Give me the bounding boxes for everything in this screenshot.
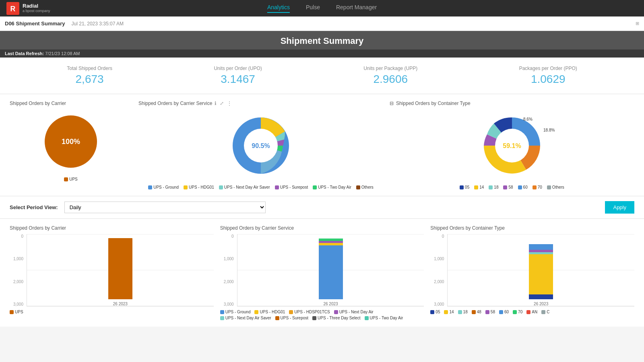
- legend-label-18: 18: [494, 185, 498, 189]
- kpi-upo-label: Units per Order (UPO): [214, 66, 262, 71]
- legend-dot-18: [489, 185, 493, 189]
- cs-dot-surepost: [275, 316, 279, 320]
- legend-label-14: 14: [479, 185, 484, 189]
- legend-dot-60: [518, 185, 522, 189]
- legend-dot-surepost: [275, 185, 279, 189]
- ct-bar-05: [529, 294, 553, 299]
- carrier-service-pie-container: 90.5% UPS - Ground UPS - HDG01 UPS - Nex…: [138, 109, 383, 189]
- kpi-upo: Units per Order (UPO) 3.1467: [214, 66, 262, 86]
- ct-legend-60: 60: [499, 310, 509, 314]
- cs-label-nextday: UPS - Next Day Air: [339, 310, 374, 314]
- y-label-3000: 3,000: [10, 302, 23, 306]
- cs-legend-hdg01: UPS - HDG01: [254, 310, 285, 314]
- nav-pulse[interactable]: Pulse: [306, 4, 320, 13]
- ct-dot-an: [526, 310, 530, 314]
- legend-ups-nextday: UPS - Next Day Air Saver: [219, 185, 270, 189]
- ct-bar-legend: 05 14 18 48 58 60: [430, 310, 634, 314]
- page-title-bar: Shipment Summary: [0, 31, 644, 49]
- svg-text:59.1%: 59.1%: [503, 142, 521, 149]
- svg-text:8.6%: 8.6%: [523, 117, 533, 121]
- cs-label-nda-saver: UPS - Next Day Air Saver: [225, 316, 271, 320]
- ct-legend-14: 14: [444, 310, 454, 314]
- carrier-bar-ups: [108, 238, 132, 299]
- carrier-bar-area: 3,000 2,000 1,000 0 26 2023: [10, 234, 214, 306]
- legend-ups: UPS: [64, 177, 78, 181]
- ct-label-48: 48: [477, 310, 481, 314]
- cs-dot-nextday: [334, 310, 338, 314]
- cs-y-0: 0: [220, 234, 234, 239]
- ct-legend-58: 58: [485, 310, 495, 314]
- legend-container-18: 18: [489, 185, 498, 189]
- nav-report-manager[interactable]: Report Manager: [336, 4, 377, 13]
- legend-ups-surepost: UPS - Surepost: [275, 185, 308, 189]
- ct-label-58: 58: [491, 310, 495, 314]
- expand-icon[interactable]: ⤢: [220, 101, 224, 106]
- y-label-0: 0: [10, 234, 23, 239]
- carrier-bar-legend: UPS: [10, 310, 214, 314]
- nav-analytics[interactable]: Analytics: [267, 4, 290, 13]
- ct-y-1000: 1,000: [430, 257, 444, 261]
- legend-ups-hdg01: UPS - HDG01: [184, 185, 214, 189]
- kpi-total-shipped-label: Total Shipped Orders: [67, 66, 112, 71]
- legend-ups-others: Others: [356, 185, 374, 189]
- carrier-service-legend: UPS - Ground UPS - HDG01 UPS - Next Day …: [148, 185, 374, 189]
- carrier-bars: 26 2023: [27, 234, 214, 306]
- apply-button[interactable]: Apply: [605, 201, 634, 214]
- cs-stacked-bar: [319, 239, 343, 299]
- cs-bar-ground: [319, 245, 343, 299]
- legend-ups-ground: UPS - Ground: [148, 185, 179, 189]
- carrier-bar-inner: 26 2023: [27, 234, 214, 306]
- data-refresh-bar: Last Data Refresh: 7/21/23 12:08 AM: [0, 49, 644, 58]
- legend-label-hdg01: UPS - HDG01: [189, 185, 214, 189]
- container-bar-area: 3,000 2,000 1,000 0: [430, 234, 634, 306]
- carrier-bar-label: 26 2023: [113, 302, 128, 306]
- pie-charts-section: Shipped Orders by Carrier 100% UPS Shipp…: [0, 94, 644, 196]
- ct-legend-70: 70: [513, 310, 522, 314]
- legend-label-70: 70: [538, 185, 542, 189]
- more-icon[interactable]: ⋮: [227, 101, 232, 106]
- ct-y-0: 0: [430, 234, 444, 239]
- carrier-bar-label-ups: UPS: [15, 310, 23, 314]
- ct-bar-60: [529, 244, 553, 250]
- ct-label-18: 18: [463, 310, 468, 314]
- legend-container-70: 70: [533, 185, 542, 189]
- ct-legend-c: C: [541, 310, 549, 314]
- legend-dot-14: [474, 185, 478, 189]
- ct-legend-18: 18: [458, 310, 468, 314]
- info-icon[interactable]: ℹ: [215, 101, 217, 106]
- kpi-ppo-value: 1.0629: [519, 73, 577, 86]
- cs-dot-hdg01: [254, 310, 258, 314]
- legend-container-others: Others: [547, 185, 564, 189]
- container-pie-container: 59.1% 18.8% 8.6% 05 14 18: [390, 109, 634, 189]
- carrier-service-pie-panel: Shipped Orders by Carrier Service ℹ ⤢ ⋮ …: [138, 101, 383, 189]
- kpi-total-shipped: Total Shipped Orders 2,673: [67, 66, 112, 86]
- legend-ups-twoday: UPS - Two Day Air: [313, 185, 351, 189]
- container-icon: ⊟: [390, 101, 394, 106]
- cs-legend-nextday: UPS - Next Day Air: [334, 310, 374, 314]
- container-bar-title: Shipped Orders by Container Type: [430, 225, 634, 231]
- legend-ups-dot: [64, 177, 68, 181]
- cs-y-axis: 3,000 2,000 1,000 0: [220, 234, 235, 306]
- company-sub: a bpost company: [23, 9, 50, 13]
- container-bar-panel: Shipped Orders by Container Type 3,000 2…: [430, 225, 634, 320]
- cs-label-hdsp01tcs: UPS - HDSP01TCS: [294, 310, 330, 314]
- legend-dot-58: [503, 185, 507, 189]
- kpi-ppo: Packages per Order (PPO) 1.0629: [519, 66, 577, 86]
- period-select[interactable]: Daily Weekly Monthly: [64, 202, 266, 213]
- y-label-1000: 1,000: [10, 257, 23, 261]
- legend-label-twoday: UPS - Two Day Air: [318, 185, 351, 189]
- container-pie-panel: ⊟ Shipped Orders by Container Type 59.1%: [390, 101, 634, 189]
- legend-dot-70: [533, 185, 537, 189]
- ct-y-3000: 3,000: [430, 302, 444, 306]
- period-section: Select Period View: Daily Weekly Monthly…: [0, 196, 644, 219]
- container-pie-title: ⊟ Shipped Orders by Container Type: [390, 101, 471, 106]
- cs-label-hdg01: UPS - HDG01: [260, 310, 285, 314]
- carrier-pie-container: 100% UPS: [10, 109, 132, 181]
- ct-label-c: C: [547, 310, 549, 314]
- kpi-upp-label: Units per Package (UPP): [363, 66, 417, 71]
- cs-legend-nda-saver: UPS - Next Day Air Saver: [220, 316, 271, 320]
- ct-label-60: 60: [504, 310, 509, 314]
- legend-container-14: 14: [474, 185, 484, 189]
- svg-text:R: R: [10, 5, 16, 13]
- carrier-pie-panel: Shipped Orders by Carrier 100% UPS: [10, 101, 132, 189]
